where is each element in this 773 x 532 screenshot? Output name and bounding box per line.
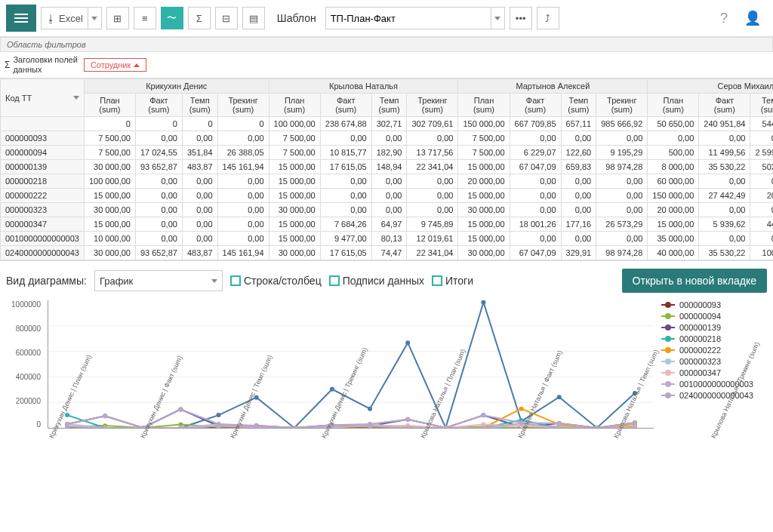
template-dropdown[interactable]	[491, 7, 505, 29]
table-row[interactable]: 024000000000004330 000,0093 652,87483,87…	[1, 246, 774, 260]
table-row[interactable]: 001000000000000310 000,000,000,000,0015 …	[1, 232, 774, 246]
row-code: 000000094	[1, 146, 85, 160]
table-row[interactable]: 00000022215 000,000,000,000,0015 000,000…	[1, 189, 774, 203]
metric-header: Трекинг(sum)	[596, 94, 648, 117]
bar-chart-button[interactable]: ≡	[134, 7, 156, 29]
employee-pill[interactable]: Сотрудник	[84, 58, 146, 72]
template-input[interactable]	[325, 7, 491, 29]
open-new-tab-button[interactable]: Открыть в новой вкладке	[622, 269, 767, 293]
legend-item[interactable]: 000000093	[661, 300, 767, 309]
legend-item[interactable]: 000000139	[661, 323, 767, 332]
svg-point-158	[405, 417, 410, 422]
data-labels-checkbox[interactable]: Подписи данных	[329, 275, 424, 287]
table-row[interactable]: 00000034715 000,000,000,000,0015 000,007…	[1, 217, 774, 232]
menu-button[interactable]	[6, 5, 36, 32]
table-cell: 15 000,00	[84, 189, 135, 203]
metric-header: Трекинг(sum)	[407, 94, 458, 117]
more-button[interactable]: •••	[510, 7, 532, 29]
sigma-button[interactable]: Σ	[188, 7, 211, 29]
table-cell: 0,00	[135, 131, 182, 146]
table-cell: 0,00	[217, 232, 269, 246]
table-cell: 500,00	[648, 146, 699, 160]
share-button[interactable]: ⤴	[537, 7, 559, 29]
table-cell: 0,00	[561, 174, 596, 189]
table-cell: 0,00	[371, 189, 407, 203]
excel-dropdown[interactable]	[88, 7, 102, 29]
table-cell: 483,87	[182, 160, 217, 174]
svg-point-12	[330, 387, 334, 392]
hierarchy-button[interactable]: ⊟	[215, 7, 238, 29]
table-cell: 10 815,77	[320, 146, 371, 160]
table-cell: 0,00	[596, 203, 648, 217]
row-code	[1, 117, 85, 131]
table-row[interactable]: 00000013930 000,0093 652,87483,87145 161…	[1, 160, 774, 174]
table-cell: 30 000,00	[84, 203, 135, 217]
layout-button[interactable]: ▤	[242, 7, 265, 29]
table-cell: 0,00	[182, 232, 217, 246]
metric-header: План(sum)	[269, 94, 320, 117]
table-cell: 20,68	[750, 189, 773, 203]
table-cell: 238 674,88	[320, 117, 371, 131]
table-cell: 7 500,00	[269, 146, 320, 160]
table-row[interactable]: 0000000947 500,0017 024,55351,8426 388,0…	[1, 146, 774, 160]
table-row[interactable]: 00000032330 000,000,000,000,0030 000,000…	[1, 203, 774, 217]
table-cell: 100,41	[750, 246, 773, 260]
table-cell: 20 000,00	[648, 203, 699, 217]
kod-tt-header[interactable]: Код ТТ	[5, 94, 79, 103]
table-cell: 240 951,84	[699, 117, 750, 131]
table-cell: 302,71	[371, 117, 407, 131]
legend-item[interactable]: 000000218	[661, 334, 767, 343]
table-cell: 985 666,92	[596, 117, 648, 131]
row-col-checkbox[interactable]: Строка/столбец	[230, 275, 322, 287]
table-cell: 67 047,09	[510, 160, 561, 174]
employee-header: Крылова Наталья	[269, 79, 458, 94]
table-row[interactable]: 000000218100 000,000,000,000,0015 000,00…	[1, 174, 774, 189]
table-row[interactable]: 0000000937 500,000,000,000,007 500,000,0…	[1, 131, 774, 146]
table-cell: 35 530,22	[699, 160, 750, 174]
data-table-wrap: Код ТТКрикухин ДенисКрылова НатальяМарты…	[0, 78, 773, 261]
table-cell: 0,00	[699, 131, 750, 146]
totals-checkbox[interactable]: Итоги	[432, 275, 473, 287]
svg-point-9	[217, 413, 221, 417]
user-icon[interactable]: 👤	[738, 10, 767, 26]
chevron-down-icon	[494, 17, 500, 20]
table-cell: 0,00	[217, 174, 269, 189]
table-cell: 145 161,94	[217, 160, 269, 174]
excel-export-button[interactable]: ⭳ Excel	[41, 7, 88, 29]
sigma-icon: Σ	[196, 13, 202, 24]
chart-type-select[interactable]: График	[94, 270, 223, 291]
table-cell: 26 573,29	[596, 217, 648, 232]
table-cell: 0,00	[510, 131, 561, 146]
table-cell: 0,00	[182, 174, 217, 189]
table-cell: 502,06	[750, 160, 773, 174]
line-chart-button[interactable]: 〜	[161, 7, 183, 29]
table-cell: 0,00	[217, 189, 269, 203]
row-code: 0240000000000043	[1, 246, 85, 260]
table-cell: 0,00	[135, 203, 182, 217]
table-cell: 0,00	[182, 131, 217, 146]
table-cell: 182,90	[371, 146, 407, 160]
table-cell: 0,00	[371, 203, 407, 217]
table-cell: 0,00	[510, 174, 561, 189]
help-icon[interactable]: ?	[714, 11, 734, 26]
table-cell: 0,00	[182, 203, 217, 217]
table-cell: 351,84	[182, 146, 217, 160]
table-cell: 17 615,05	[320, 246, 371, 260]
table-row[interactable]: 0000100 000,00238 674,88302,71302 709,61…	[1, 117, 774, 131]
filter-area[interactable]: Область фильтров	[0, 37, 773, 52]
table-view-button[interactable]: ⊞	[106, 7, 129, 29]
table-cell: 30 000,00	[84, 246, 135, 260]
table-cell: 67 047,09	[510, 246, 561, 260]
table-cell: 0,00	[407, 189, 458, 203]
table-cell: 11 499,56	[699, 146, 750, 160]
table-cell: 15 000,00	[458, 189, 510, 203]
table-cell: 9 745,89	[407, 217, 458, 232]
table-cell: 0,00	[596, 189, 648, 203]
legend-item[interactable]: 000000094	[661, 312, 767, 321]
data-fields-label: Σ Заголовки полей данных	[5, 55, 78, 75]
table-cell: 64,97	[371, 217, 407, 232]
metric-header: Темп(sum)	[182, 94, 217, 117]
metric-header: Факт(sum)	[135, 94, 182, 117]
table-cell: 2 599,90	[750, 146, 773, 160]
metric-header: Факт(sum)	[510, 94, 561, 117]
